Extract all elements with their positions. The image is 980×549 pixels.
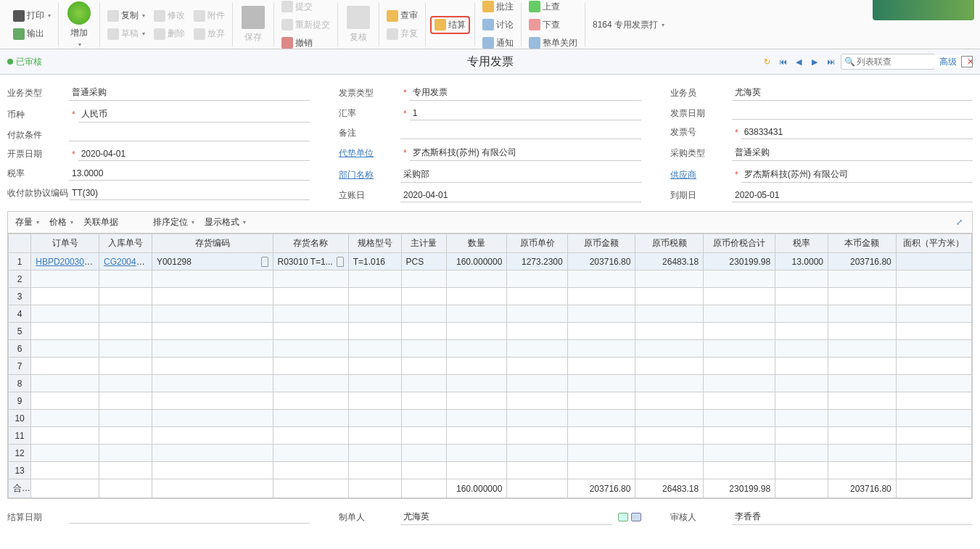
due-date-label: 到期日 [670, 189, 732, 202]
price-menu[interactable]: 价格▾ [49, 216, 73, 228]
business-type-value: 普通采购 [69, 85, 310, 101]
table-row[interactable]: 2 [9, 271, 972, 288]
advanced-link[interactable]: 高级 [939, 56, 957, 68]
discuss-button[interactable]: 讨论 [479, 17, 516, 33]
related-menu[interactable]: 关联单据 [83, 216, 118, 228]
exchange-rate-label: 汇率 [339, 107, 400, 120]
table-row[interactable]: 5 [9, 323, 972, 340]
local-amount-cell: 203716.80 [828, 253, 897, 271]
comment-icon[interactable] [618, 513, 628, 521]
stock-menu[interactable]: 存量▾ [15, 216, 39, 228]
col-inbound-no[interactable]: 入库单号 [99, 234, 152, 253]
col-qty[interactable]: 数量 [447, 234, 507, 253]
table-row[interactable]: 3 [9, 288, 972, 305]
table-row[interactable]: 1 HBPD20030408 CG20040... Y001298 R03010… [9, 253, 972, 271]
delete-button: 删除 [151, 26, 188, 41]
footer: 结算日期 制单人尤海英 审核人李香香 [0, 499, 980, 535]
table-row[interactable]: 12 [9, 445, 972, 462]
invoice-date-label: 开票日期 [7, 148, 69, 160]
unit-price-cell: 1273.2300 [507, 253, 567, 271]
up-check-button[interactable]: 上查 [526, 0, 580, 15]
save-icon [242, 6, 265, 29]
department-label[interactable]: 部门名称 [339, 169, 400, 181]
col-stock-name[interactable]: 存货名称 [273, 234, 348, 253]
expand-table-icon[interactable]: ⤢ [953, 217, 965, 228]
table-row[interactable]: 10 [9, 410, 972, 427]
next-button[interactable]: ▶ [809, 56, 820, 67]
col-spec[interactable]: 规格型号 [348, 234, 401, 253]
review-button[interactable]: 查审 [384, 8, 421, 23]
department-value: 采购部 [400, 167, 641, 183]
remark-label: 备注 [339, 127, 400, 139]
print-list-button[interactable]: 8164 专用发票打▾ [590, 17, 667, 33]
table-row[interactable]: 4 [9, 305, 972, 323]
copy-icon [107, 10, 119, 22]
refresh-button[interactable]: ↻ [761, 56, 773, 67]
copy-button[interactable]: 复制▾ [104, 8, 148, 23]
comment-icon-alt[interactable] [631, 513, 641, 521]
down-check-button[interactable]: 下查 [526, 17, 580, 33]
table-row[interactable]: 7 [9, 358, 972, 375]
salesperson-label: 业务员 [670, 87, 732, 99]
reviewer-value: 李香香 [732, 509, 973, 525]
print-button[interactable]: 打印▾ [10, 8, 54, 23]
annotate-button[interactable]: 批注 [479, 0, 516, 15]
business-type-label: 业务类型 [7, 87, 69, 99]
table-row[interactable]: 13 [9, 462, 972, 479]
table-row[interactable]: 8 [9, 375, 972, 392]
unit-cell: PCS [401, 253, 446, 271]
attachment-icon[interactable] [337, 257, 344, 267]
review-icon [387, 10, 398, 22]
col-amount[interactable]: 原币金额 [567, 234, 635, 253]
form-area: 业务类型普通采购 币种*人民币 付款条件 开票日期*2020-04-01 税率1… [0, 75, 980, 207]
first-button[interactable]: ⏮ [777, 56, 788, 67]
tax-amount-cell: 26483.18 [635, 253, 704, 271]
invoice-type-label: 发票类型 [339, 87, 400, 99]
amount-cell: 203716.80 [567, 253, 635, 271]
supplier-label[interactable]: 供应商 [670, 169, 732, 181]
posting-date-label: 立账日 [339, 189, 400, 202]
bell-icon [482, 37, 494, 49]
search-icon: 🔍 [844, 57, 855, 67]
last-button[interactable]: ⏭ [825, 56, 836, 67]
order-no-link[interactable]: HBPD20030408 [36, 257, 99, 267]
batch-icon [529, 37, 540, 49]
advance-unit-label[interactable]: 代垫单位 [339, 147, 400, 160]
payment-terms-label: 付款条件 [7, 129, 69, 141]
col-stock-code[interactable]: 存货编码 [152, 234, 273, 253]
status-tag: 已审核 [7, 56, 42, 68]
table-row[interactable]: 11 [9, 427, 972, 445]
add-button[interactable]: 增加▾ [63, 0, 95, 49]
inbound-no-link[interactable]: CG20040... [104, 257, 148, 267]
col-tax-rate[interactable]: 税率 [775, 234, 828, 253]
resubmit-icon [281, 19, 293, 30]
abandon-approval-button: 弃复 [384, 26, 421, 41]
col-tax-amount[interactable]: 原币税额 [635, 234, 704, 253]
grid-view-icon[interactable] [961, 56, 973, 67]
receipt-agreement-label: 收付款协议编码 [7, 187, 69, 199]
settle-button[interactable]: 结算 [430, 16, 470, 34]
col-order-no[interactable]: 订单号 [31, 234, 99, 253]
col-local-amount[interactable]: 本币金额 [828, 234, 897, 253]
table-row[interactable]: 6 [9, 340, 972, 358]
resubmit-button: 重新提交 [279, 17, 333, 33]
notify-button[interactable]: 通知 [479, 36, 516, 51]
batch-close-button[interactable]: 整单关闭 [526, 36, 580, 51]
col-unit[interactable]: 主计量 [401, 234, 446, 253]
undo-button[interactable]: 撤销 [279, 36, 333, 51]
abandon-icon [194, 28, 205, 40]
total-with-tax-cell: 230199.98 [704, 253, 775, 271]
prev-button[interactable]: ◀ [793, 56, 804, 67]
attachment-icon[interactable] [261, 257, 268, 267]
col-total-with-tax[interactable]: 原币价税合计 [704, 234, 775, 253]
note-icon [482, 1, 494, 12]
remark-value [400, 126, 641, 139]
table-row[interactable]: 9 [9, 392, 972, 410]
output-button[interactable]: 输出 [10, 26, 54, 41]
sort-menu[interactable]: 排序定位▾ [153, 216, 194, 228]
col-area[interactable]: 面积（平方米） [896, 234, 971, 253]
search-box[interactable]: 🔍 ✕ [841, 54, 935, 70]
table-header-row: 订单号 入库单号 存货编码 存货名称 规格型号 主计量 数量 原币单价 原币金额… [9, 234, 972, 253]
display-menu[interactable]: 显示格式▾ [205, 216, 246, 228]
col-unit-price[interactable]: 原币单价 [507, 234, 567, 253]
